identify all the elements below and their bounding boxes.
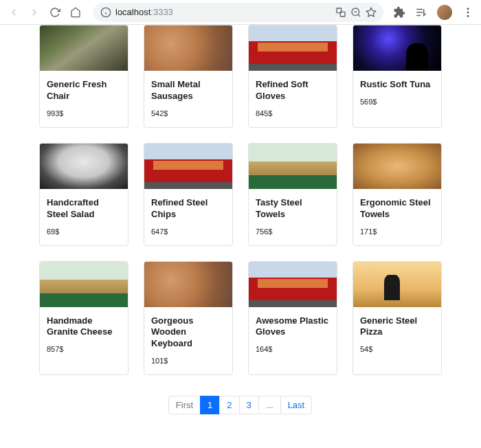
star-icon[interactable] [366,7,377,18]
product-title: Awesome Plastic Gloves [256,315,330,339]
page-last[interactable]: Last [280,396,313,414]
product-title: Small Metal Sausages [151,79,225,102]
forward-button[interactable] [26,4,43,21]
page-number[interactable]: 1 [200,396,220,414]
svg-line-6 [358,14,360,16]
pagination: First123...Last [0,389,481,435]
page-number[interactable]: 2 [219,396,239,414]
product-card[interactable]: Small Metal Sausages542$ [144,25,233,128]
product-image [249,262,337,307]
product-price: 101$ [151,357,225,365]
product-card[interactable]: Generic Steel Pizza54$ [353,261,442,376]
zoom-out-icon[interactable] [350,7,361,18]
product-body: Rustic Soft Tuna569$ [353,71,441,115]
product-price: 756$ [256,227,330,236]
product-image [40,144,128,189]
back-button[interactable] [5,4,22,21]
product-title: Refined Steel Chips [151,197,225,221]
product-body: Small Metal Sausages542$ [144,71,232,127]
product-price: 542$ [151,109,225,117]
product-card[interactable]: Rustic Soft Tuna569$ [353,25,442,128]
product-price: 69$ [47,227,121,236]
product-price: 54$ [360,345,434,353]
product-card[interactable]: Generic Fresh Chair993$ [39,25,128,128]
product-card[interactable]: Refined Steel Chips647$ [144,143,233,246]
product-grid: Generic Fresh Chair993$Small Metal Sausa… [0,25,481,389]
product-image [144,144,232,189]
product-price: 647$ [151,227,225,236]
product-image [40,25,128,71]
product-price: 845$ [256,109,330,117]
product-body: Ergonomic Steel Towels171$ [353,189,441,245]
product-title: Tasty Steel Towels [256,197,330,221]
product-image [40,262,128,307]
product-body: Refined Steel Chips647$ [144,189,232,245]
url-text: localhost:3333 [115,7,331,17]
product-price: 993$ [47,109,121,117]
page-number[interactable]: 3 [239,396,259,414]
product-image [249,25,337,71]
product-image [144,25,232,71]
product-title: Gorgeous Wooden Keyboard [151,315,225,350]
browser-right-icons [393,5,476,20]
product-title: Ergonomic Steel Towels [360,197,434,221]
product-image [353,25,441,71]
svg-point-14 [467,14,469,16]
info-icon [100,7,111,18]
home-button[interactable] [67,4,84,21]
product-price: 171$ [360,227,434,236]
product-title: Handcrafted Steel Salad [47,197,121,221]
product-body: Gorgeous Wooden Keyboard101$ [144,307,232,375]
browser-toolbar: localhost:3333 [0,0,481,25]
product-title: Generic Steel Pizza [360,315,434,339]
product-card[interactable]: Awesome Plastic Gloves164$ [248,261,337,376]
extensions-icon[interactable] [393,6,405,19]
product-body: Refined Soft Gloves845$ [249,71,337,127]
menu-icon[interactable] [462,6,474,19]
product-body: Awesome Plastic Gloves164$ [249,307,337,363]
product-card[interactable]: Refined Soft Gloves845$ [248,25,337,128]
page-ellipsis: ... [258,396,281,414]
product-image [144,262,232,307]
svg-marker-8 [366,8,375,16]
product-card[interactable]: Handmade Granite Cheese857$ [39,261,128,376]
reload-button[interactable] [47,4,63,21]
product-price: 164$ [256,345,330,353]
profile-avatar[interactable] [437,5,452,20]
address-bar[interactable]: localhost:3333 [93,3,383,22]
product-body: Tasty Steel Towels756$ [249,189,337,245]
product-body: Generic Fresh Chair993$ [40,71,128,127]
product-title: Refined Soft Gloves [256,79,330,102]
translate-icon[interactable] [335,7,346,18]
product-image [249,144,337,189]
product-body: Generic Steel Pizza54$ [353,307,441,363]
svg-point-12 [467,8,469,10]
product-price: 569$ [360,98,434,106]
product-body: Handmade Granite Cheese857$ [40,307,128,363]
svg-point-13 [467,11,469,13]
product-card[interactable]: Handcrafted Steel Salad69$ [39,143,128,246]
product-image [353,144,441,189]
product-card[interactable]: Ergonomic Steel Towels171$ [353,143,442,246]
page-content: Generic Fresh Chair993$Small Metal Sausa… [0,25,481,448]
product-price: 857$ [47,345,121,353]
product-title: Rustic Soft Tuna [360,79,434,91]
product-title: Generic Fresh Chair [47,79,121,102]
product-card[interactable]: Gorgeous Wooden Keyboard101$ [144,261,233,376]
product-body: Handcrafted Steel Salad69$ [40,189,128,245]
product-title: Handmade Granite Cheese [47,315,121,339]
product-card[interactable]: Tasty Steel Towels756$ [248,143,337,246]
reading-list-icon[interactable] [415,6,427,19]
product-image [353,262,441,307]
page-first: First [168,396,201,414]
